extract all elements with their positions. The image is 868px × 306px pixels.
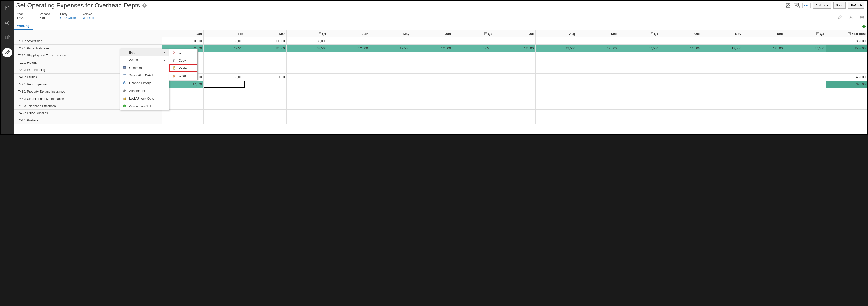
pov-settings-icon[interactable] [845, 11, 856, 23]
data-cell[interactable] [328, 110, 369, 117]
ctx-change-history[interactable]: Change History [120, 79, 169, 87]
data-cell[interactable] [204, 117, 245, 124]
collapse-icon[interactable]: − [848, 32, 851, 35]
data-cell[interactable]: 12,500 [369, 45, 411, 52]
edit-icon[interactable] [785, 2, 792, 9]
data-cell[interactable] [826, 117, 867, 124]
data-cell[interactable] [245, 66, 286, 74]
row-header[interactable]: 7510: Postage [14, 117, 162, 124]
data-cell[interactable] [204, 95, 245, 103]
data-cell[interactable] [286, 88, 328, 95]
data-cell[interactable] [701, 81, 743, 88]
data-cell[interactable] [535, 59, 577, 66]
data-cell[interactable] [328, 88, 369, 95]
column-header[interactable]: Sep [577, 30, 618, 37]
actions-button[interactable]: Actions ▾ [813, 2, 831, 9]
row-header[interactable]: 7460: Office Supplies [14, 110, 162, 117]
data-cell[interactable] [328, 66, 369, 74]
data-cell[interactable] [328, 117, 369, 124]
data-cell[interactable] [494, 74, 535, 81]
data-cell[interactable] [286, 95, 328, 103]
find-keyboard-icon[interactable] [794, 2, 800, 9]
data-cell[interactable] [784, 52, 826, 59]
column-header[interactable]: −YearTotal [826, 30, 867, 37]
data-cell[interactable] [328, 103, 369, 110]
row-header[interactable]: 7110: Advertising [14, 37, 162, 45]
ctx-comments[interactable]: Comments [120, 64, 169, 72]
save-button[interactable]: Save [833, 2, 846, 9]
ctx-attachments[interactable]: Attachments [120, 87, 169, 94]
data-cell[interactable] [245, 110, 286, 117]
pov-year[interactable]: Year FY23 [14, 11, 35, 23]
data-cell[interactable] [577, 110, 618, 117]
data-cell[interactable] [411, 117, 453, 124]
data-cell[interactable] [494, 59, 535, 66]
data-cell[interactable] [494, 88, 535, 95]
data-cell[interactable] [535, 95, 577, 103]
column-header[interactable]: Jan [162, 30, 204, 37]
data-cell[interactable] [826, 59, 867, 66]
data-cell[interactable] [411, 74, 453, 81]
data-cell[interactable]: 45,000 [826, 74, 867, 81]
data-cell[interactable] [204, 66, 245, 74]
data-cell[interactable] [162, 110, 204, 117]
data-cell[interactable] [369, 95, 411, 103]
data-cell[interactable] [577, 117, 618, 124]
data-cell[interactable] [535, 66, 577, 74]
data-cell[interactable] [204, 103, 245, 110]
data-cell[interactable] [494, 95, 535, 103]
data-cell[interactable] [494, 52, 535, 59]
data-cell[interactable] [411, 52, 453, 59]
data-cell[interactable] [784, 110, 826, 117]
data-cell[interactable] [369, 103, 411, 110]
data-cell[interactable] [204, 59, 245, 66]
data-cell[interactable] [204, 88, 245, 95]
pov-scenario[interactable]: Scenario Plan [35, 11, 57, 23]
data-cell[interactable]: 12,500 [204, 45, 245, 52]
data-cell[interactable] [411, 88, 453, 95]
data-cell[interactable] [452, 81, 494, 88]
data-cell[interactable] [328, 52, 369, 59]
info-icon[interactable]: i [142, 3, 147, 8]
data-cell[interactable] [369, 52, 411, 59]
data-cell[interactable]: 37,500 [618, 45, 660, 52]
data-cell[interactable] [286, 59, 328, 66]
data-cell[interactable]: 150,000 [826, 45, 867, 52]
data-cell[interactable] [494, 110, 535, 117]
data-cell[interactable] [535, 117, 577, 124]
data-cell[interactable]: 15,0 [245, 74, 286, 81]
collapse-icon[interactable]: − [485, 32, 487, 35]
data-cell[interactable] [577, 66, 618, 74]
data-cell[interactable] [245, 59, 286, 66]
column-header[interactable]: Dec [743, 30, 784, 37]
data-cell[interactable] [535, 103, 577, 110]
data-cell[interactable] [577, 52, 618, 59]
data-cell[interactable] [660, 81, 701, 88]
pov-edit-icon[interactable] [834, 11, 845, 23]
data-cell[interactable] [743, 74, 784, 81]
data-cell[interactable]: 12,500 [494, 45, 535, 52]
ctx-adjust[interactable]: Adjust▶ [120, 56, 169, 64]
data-cell[interactable] [743, 52, 784, 59]
data-cell[interactable] [826, 52, 867, 59]
data-cell[interactable] [618, 117, 660, 124]
data-cell[interactable] [286, 52, 328, 59]
data-cell[interactable] [618, 103, 660, 110]
data-cell[interactable] [369, 74, 411, 81]
data-cell[interactable] [660, 103, 701, 110]
data-cell[interactable] [784, 95, 826, 103]
column-header[interactable]: −Q1 [286, 30, 328, 37]
data-cell[interactable] [618, 110, 660, 117]
sidebar-item-grid[interactable] [2, 33, 12, 43]
data-cell[interactable] [660, 117, 701, 124]
column-header[interactable]: Mar [245, 30, 286, 37]
data-cell[interactable] [618, 81, 660, 88]
data-cell[interactable] [369, 88, 411, 95]
data-cell[interactable] [245, 103, 286, 110]
data-cell[interactable] [701, 59, 743, 66]
data-cell[interactable] [743, 117, 784, 124]
data-cell[interactable] [618, 59, 660, 66]
ctx-lock-unlock[interactable]: Lock/Unlock Cells [120, 94, 169, 102]
data-cell[interactable] [494, 103, 535, 110]
data-cell[interactable] [743, 88, 784, 95]
